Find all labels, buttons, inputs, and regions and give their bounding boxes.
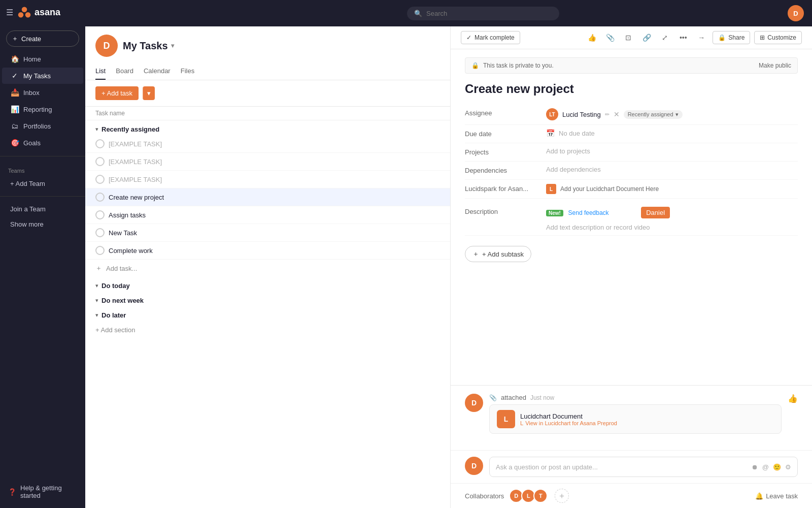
join-team-item[interactable]: Join a Team [2, 202, 83, 216]
more-options-icon[interactable]: ⚙ [785, 463, 791, 471]
dropdown-icon[interactable]: ▾ [171, 42, 174, 49]
thumbs-up-icon[interactable]: 👍 [585, 30, 599, 45]
sidebar-item-my-tasks[interactable]: ✓ My Tasks [2, 68, 83, 84]
add-subtask-button[interactable]: ＋ + Add subtask [465, 246, 531, 262]
close-icon[interactable]: → [694, 30, 708, 45]
mark-complete-button[interactable]: ✓ Mark complete [461, 31, 520, 44]
task-checkbox[interactable] [95, 175, 105, 184]
emoji-icon[interactable]: 🙂 [773, 463, 781, 471]
comment-input-box[interactable]: Ask a question or post an update... ⏺ @ … [489, 457, 798, 477]
due-date-value[interactable]: 📅 No due date [546, 129, 798, 137]
task-item[interactable]: [EXAMPLE TASK] [85, 135, 450, 153]
description-placeholder[interactable]: Add text description or record video [546, 224, 650, 231]
feedback-link[interactable]: Send feedback [568, 209, 609, 216]
task-list-area: Task name ▾ Recently assigned [EXAMPLE T… [85, 107, 450, 508]
projects-placeholder: Add to projects [546, 147, 590, 155]
section-do-later[interactable]: ▾ Do later [85, 306, 450, 321]
task-checkbox[interactable] [95, 157, 105, 166]
customize-button[interactable]: ⊞ Customize [754, 31, 802, 44]
description-label: Description [465, 207, 546, 215]
projects-value[interactable]: Add to projects [546, 147, 798, 155]
add-collaborator-button[interactable]: ＋ [555, 489, 569, 503]
private-notice: 🔒 This task is private to you. Make publ… [465, 57, 798, 74]
show-more-item[interactable]: Show more [2, 217, 83, 232]
add-section-label: + Add section [95, 326, 135, 334]
task-actions: + Add task ▾ [85, 80, 450, 107]
sidebar-item-goals[interactable]: 🎯 Goals [2, 135, 83, 151]
attachment-icon[interactable]: 📎 [603, 30, 617, 45]
comments-section: D 📎 attached Just now L Lucidchart Docum… [451, 385, 812, 450]
sidebar-item-portfolios[interactable]: 🗂 Portfolios [2, 118, 83, 134]
menu-icon[interactable]: ☰ [6, 8, 13, 17]
link-icon[interactable]: 🔗 [639, 30, 654, 45]
task-panel-tabs: List Board Calendar Files [95, 63, 440, 80]
attachment-icon-sm: 📎 [489, 394, 497, 401]
detail-panel: ✓ Mark complete 👍 📎 ⊡ 🔗 ⤢ ••• → 🔒 Share [451, 26, 812, 508]
svg-point-1 [18, 12, 24, 18]
task-checkbox[interactable] [95, 193, 105, 202]
create-button[interactable]: ＋ Create [6, 30, 79, 47]
comment-input-avatar: D [465, 457, 483, 475]
help-label: Help & getting started [20, 484, 77, 499]
lucidspark-value[interactable]: L Add your Lucidchart Document Here [546, 184, 798, 194]
edit-assignee-icon[interactable]: ✏ [605, 111, 610, 118]
task-item-complete-work[interactable]: Complete work [85, 242, 450, 260]
join-team-label: Join a Team [10, 205, 46, 213]
collaborator-avatar-3[interactable]: T [533, 489, 548, 503]
task-item[interactable]: [EXAMPLE TASK] [85, 171, 450, 188]
tab-calendar[interactable]: Calendar [144, 63, 171, 80]
recently-assigned-badge[interactable]: Recently assigned ▾ [624, 110, 683, 119]
task-item-new-task[interactable]: New Task [85, 224, 450, 242]
dependencies-value[interactable]: Add dependencies [546, 166, 798, 173]
task-checkbox[interactable] [95, 228, 105, 237]
user-avatar[interactable]: D [788, 5, 804, 21]
sidebar-item-reporting[interactable]: 📊 Reporting [2, 101, 83, 117]
sidebar: ☰ asana ＋ Create 🏠 Home ✓ My Tasks 📥 Inb… [0, 0, 85, 508]
mention-icon[interactable]: @ [762, 463, 769, 471]
make-public-link[interactable]: Make public [759, 62, 791, 69]
record-icon[interactable]: ⏺ [752, 463, 758, 471]
help-item[interactable]: ❓ Help & getting started [6, 481, 79, 503]
add-section[interactable]: + Add section [85, 321, 450, 339]
sidebar-item-home[interactable]: 🏠 Home [2, 51, 83, 67]
task-panel-title-row: D My Tasks ▾ [95, 35, 440, 57]
section-do-today[interactable]: ▾ Do today [85, 277, 450, 292]
section-recently-assigned[interactable]: ▾ Recently assigned [85, 120, 450, 135]
tab-board[interactable]: Board [116, 63, 133, 80]
add-task-button[interactable]: + Add task [95, 86, 139, 100]
sidebar-item-inbox[interactable]: 📥 Inbox [2, 84, 83, 101]
leave-task-button[interactable]: 🔔 Leave task [755, 492, 798, 500]
share-button[interactable]: 🔒 Share [713, 31, 750, 44]
task-checkbox[interactable] [95, 139, 105, 148]
tab-files[interactable]: Files [181, 63, 194, 80]
remove-assignee-icon[interactable]: ✕ [614, 110, 620, 118]
search-box[interactable]: 🔍 [407, 7, 559, 20]
subtask-icon[interactable]: ⊡ [621, 30, 635, 45]
reporting-label: Reporting [23, 106, 52, 113]
task-item-create-new-project[interactable]: Create new project [85, 188, 450, 206]
due-date-label: Due date [465, 129, 546, 138]
add-task-inline[interactable]: ＋ Add task... [85, 260, 450, 277]
section-do-next-week[interactable]: ▾ Do next week [85, 292, 450, 306]
task-col-header: Task name [85, 107, 450, 120]
comment-item: D 📎 attached Just now L Lucidchart Docum… [465, 394, 798, 434]
svg-point-0 [22, 7, 27, 13]
task-checkbox[interactable] [95, 210, 105, 219]
collaborators-label: Collaborators [465, 492, 504, 500]
task-item-assign-tasks[interactable]: Assign tasks [85, 206, 450, 224]
task-detail-title[interactable]: Create new project [465, 82, 798, 96]
tab-list[interactable]: List [95, 63, 106, 80]
more-icon[interactable]: ••• [676, 30, 690, 45]
add-task-dropdown[interactable]: ▾ [143, 86, 155, 100]
search-input[interactable] [426, 10, 538, 17]
task-item[interactable]: [EXAMPLE TASK] [85, 153, 450, 171]
comment-action: attached [501, 394, 526, 401]
lucid-doc-link[interactable]: L View in Lucidchart for Asana Preprod [520, 420, 617, 426]
task-checkbox[interactable] [95, 246, 105, 255]
expand-icon[interactable]: ⤢ [658, 30, 672, 45]
task-name: Assign tasks [109, 211, 146, 219]
assignee-name[interactable]: Lucid Testing [562, 111, 601, 118]
like-button[interactable]: 👍 [788, 394, 798, 434]
title-text: My Tasks [123, 40, 168, 52]
add-team-item[interactable]: + Add Team [2, 176, 83, 191]
